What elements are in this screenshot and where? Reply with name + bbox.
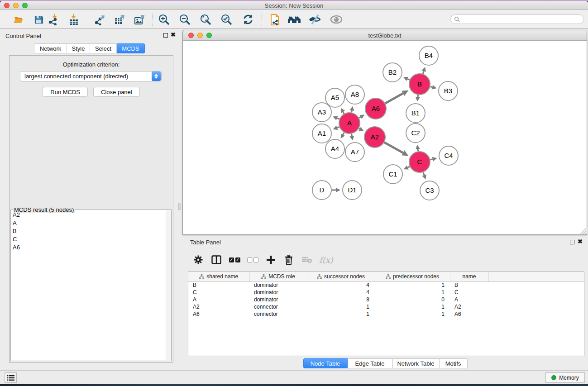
table-cell[interactable]: 1: [307, 310, 375, 318]
tab-network[interactable]: Network: [34, 43, 67, 53]
export-table-icon[interactable]: [113, 13, 126, 26]
hide-graphics-details-icon[interactable]: [308, 13, 321, 26]
table-cell[interactable]: C: [188, 289, 249, 296]
table-settings-gear-icon[interactable]: [192, 254, 204, 266]
graph-node-C3[interactable]: C3: [420, 181, 439, 200]
graph-edge-C-C2[interactable]: [418, 149, 418, 152]
network-graph[interactable]: B4B2BB3B1A5A8A6A3AA1C2A4A7A2CC4C1C3DD1: [183, 41, 587, 235]
close-panel-icon[interactable]: ✖: [171, 31, 176, 38]
graph-node-B2[interactable]: B2: [383, 63, 402, 82]
table-cell[interactable]: 1: [375, 303, 450, 310]
column-header-shared-name[interactable]: shared name: [188, 272, 249, 281]
graph-edge-A-A7[interactable]: [351, 134, 352, 136]
deselect-all-icon[interactable]: [247, 254, 258, 266]
graph-edge-A-A5[interactable]: [343, 112, 344, 114]
graph-node-A5[interactable]: A5: [325, 88, 344, 107]
open-file-icon[interactable]: [12, 13, 25, 26]
graph-edge-B-B3[interactable]: [430, 87, 432, 87]
select-all-icon[interactable]: ✓✓: [229, 254, 240, 266]
graph-node-B[interactable]: B: [409, 74, 430, 95]
table-row[interactable]: Cdominator41C: [188, 289, 584, 296]
graph-node-C[interactable]: C: [409, 152, 430, 172]
show-columns-icon[interactable]: [210, 254, 222, 266]
graph-node-A[interactable]: A: [339, 113, 360, 133]
graph-edge-A-A3[interactable]: [337, 118, 339, 119]
graph-edge-C-C3[interactable]: [423, 172, 424, 175]
table-row[interactable]: A2connector11A2: [188, 303, 584, 310]
export-network-icon[interactable]: [93, 13, 106, 26]
graph-node-B3[interactable]: B3: [439, 81, 458, 100]
table-row[interactable]: Bdominator41B: [188, 281, 584, 289]
table-cell[interactable]: A2: [450, 303, 488, 310]
table-cell[interactable]: connector: [249, 310, 307, 318]
float-table-panel-icon[interactable]: [570, 240, 574, 244]
network-canvas[interactable]: B4B2BB3B1A5A8A6A3AA1C2A4A7A2CC4C1C3DD1: [183, 41, 587, 234]
graph-edge-C-C4[interactable]: [430, 159, 432, 160]
result-scrollbar[interactable]: [166, 210, 171, 360]
table-cell[interactable]: A2: [188, 303, 249, 310]
table-cell[interactable]: 1: [307, 303, 375, 310]
delete-column-trash-icon[interactable]: [283, 254, 295, 266]
tab-motifs[interactable]: Motifs: [440, 358, 468, 368]
table-cell[interactable]: 1: [375, 310, 450, 318]
table-cell[interactable]: B: [450, 281, 488, 289]
show-graphics-details-icon[interactable]: [330, 13, 343, 26]
graph-node-D[interactable]: D: [312, 181, 331, 200]
graph-edge-A-A2[interactable]: [359, 129, 360, 129]
tab-mcds[interactable]: MCDS: [117, 43, 145, 53]
graph-node-D1[interactable]: D1: [343, 181, 362, 200]
graph-node-A1[interactable]: A1: [312, 124, 331, 143]
graph-node-B1[interactable]: B1: [406, 104, 425, 123]
column-header-successor-nodes[interactable]: successor nodes: [307, 272, 375, 281]
graph-node-A6[interactable]: A6: [365, 98, 386, 119]
graph-node-A2[interactable]: A2: [364, 127, 385, 148]
table-cell[interactable]: 4: [307, 281, 375, 289]
search-field[interactable]: [450, 14, 584, 24]
graph-edge-A6-B[interactable]: [385, 93, 403, 103]
zoom-out-icon[interactable]: [178, 13, 191, 26]
graph-edge-B-B1[interactable]: [418, 95, 418, 97]
graph-node-C4[interactable]: C4: [439, 146, 458, 165]
export-image-icon[interactable]: [133, 13, 146, 26]
document-share-icon[interactable]: [268, 13, 282, 26]
houses-icon[interactable]: [287, 13, 301, 26]
table-cell[interactable]: dominator: [249, 281, 307, 289]
graph-node-A7[interactable]: A7: [345, 143, 364, 162]
zoom-in-icon[interactable]: [157, 13, 171, 26]
tab-network-table[interactable]: Network Table: [393, 358, 440, 368]
graph-edge-A-A6[interactable]: [359, 117, 361, 118]
tab-select[interactable]: Select: [90, 43, 117, 53]
save-session-icon[interactable]: [32, 13, 45, 26]
graph-node-A8[interactable]: A8: [345, 85, 364, 104]
table-cell[interactable]: 8: [307, 296, 375, 303]
column-header-name[interactable]: name: [450, 272, 488, 281]
table-row[interactable]: A6connector11A6: [188, 310, 584, 318]
graph-edge-B-B2[interactable]: [407, 79, 410, 80]
table-cell[interactable]: 1: [375, 289, 450, 296]
table-cell[interactable]: A6: [188, 310, 249, 318]
import-table-icon[interactable]: [67, 13, 81, 26]
criterion-dropdown[interactable]: largest connected component (directed): [20, 71, 162, 81]
zoom-selected-icon[interactable]: [220, 13, 233, 26]
graph-edge-A2-C[interactable]: [384, 143, 403, 153]
table-cell[interactable]: C: [450, 289, 488, 296]
run-mcds-button[interactable]: Run MCDS: [43, 87, 88, 97]
titlebar[interactable]: Session: New Session: [0, 1, 588, 10]
graph-node-A3[interactable]: A3: [312, 103, 331, 122]
panel-splitter-handle[interactable]: [178, 203, 181, 210]
table-cell[interactable]: 4: [307, 289, 375, 296]
graph-node-A4[interactable]: A4: [325, 139, 344, 158]
table-cell[interactable]: 0: [375, 296, 450, 303]
add-column-icon[interactable]: [265, 254, 277, 266]
network-window-titlebar[interactable]: testGlobe.txt: [183, 30, 587, 41]
table-row[interactable]: Adominator80A: [188, 296, 584, 303]
graph-edge-A-A8[interactable]: [351, 110, 352, 112]
refresh-icon[interactable]: [241, 13, 255, 26]
table-cell[interactable]: 1: [375, 281, 450, 289]
column-header-mcds-role[interactable]: MCDS role: [249, 272, 307, 281]
tab-style[interactable]: Style: [67, 43, 90, 53]
zoom-fit-icon[interactable]: [199, 13, 212, 26]
column-header-predecessor-nodes[interactable]: predecessor nodes: [375, 272, 450, 281]
tab-edge-table[interactable]: Edge Table: [348, 358, 393, 368]
table-cell[interactable]: dominator: [249, 296, 307, 303]
